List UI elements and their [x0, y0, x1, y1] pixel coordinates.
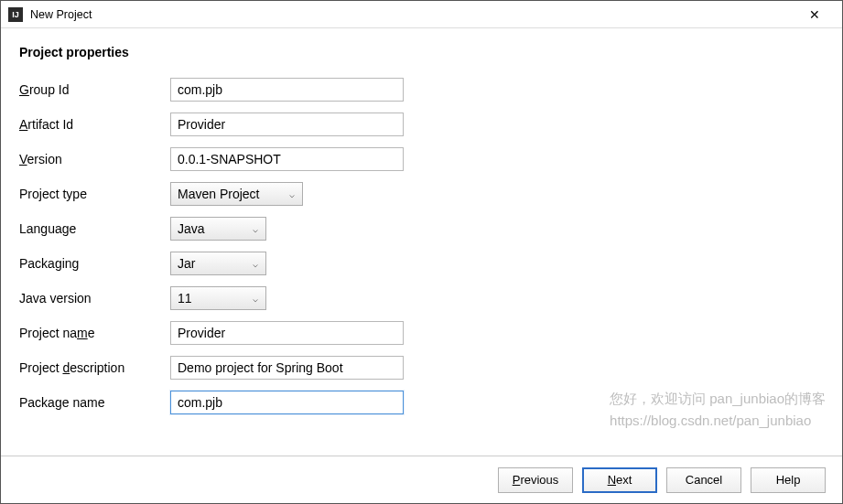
titlebar: IJ New Project ✕: [1, 1, 842, 28]
help-button[interactable]: Help: [751, 467, 826, 493]
next-button[interactable]: Next: [582, 467, 657, 493]
label-package-name: Package name: [19, 395, 170, 410]
label-version: Version: [19, 152, 170, 166]
row-project-description: Project description: [19, 356, 824, 380]
row-artifact-id: Artifact Id: [19, 113, 824, 136]
label-project-name: Project name: [19, 326, 170, 340]
form: Group Id Artifact Id Version Project typ…: [19, 78, 824, 414]
content-area: Project properties Group Id Artifact Id …: [1, 28, 842, 456]
select-project-type[interactable]: Maven Project ⌵: [170, 182, 303, 206]
chevron-down-icon: ⌵: [253, 294, 258, 304]
select-packaging[interactable]: Jar ⌵: [170, 252, 266, 275]
select-language-value: Java: [178, 221, 205, 236]
footer: Previous Next Cancel Help: [1, 456, 842, 503]
label-packaging: Packaging: [19, 256, 170, 271]
label-java-version: Java version: [19, 291, 170, 306]
cancel-button[interactable]: Cancel: [666, 467, 741, 493]
close-icon[interactable]: ✕: [794, 2, 835, 27]
input-artifact-id[interactable]: [170, 113, 404, 136]
chevron-down-icon: ⌵: [253, 259, 258, 269]
row-group-id: Group Id: [19, 78, 824, 102]
input-project-description[interactable]: [170, 356, 404, 380]
chevron-down-icon: ⌵: [253, 224, 258, 234]
select-packaging-value: Jar: [178, 256, 195, 271]
chevron-down-icon: ⌵: [289, 189, 295, 199]
label-project-description: Project description: [19, 360, 170, 375]
row-java-version: Java version 11 ⌵: [19, 286, 824, 310]
select-java-version[interactable]: 11 ⌵: [170, 286, 266, 310]
row-packaging: Packaging Jar ⌵: [19, 252, 824, 275]
page-title: Project properties: [19, 45, 824, 59]
window-title: New Project: [30, 8, 794, 21]
previous-button[interactable]: Previous: [498, 467, 573, 493]
row-version: Version: [19, 147, 824, 171]
input-package-name[interactable]: [170, 391, 404, 414]
row-package-name: Package name: [19, 391, 824, 414]
app-icon: IJ: [8, 7, 23, 22]
label-language: Language: [19, 221, 170, 236]
row-project-name: Project name: [19, 321, 824, 345]
row-project-type: Project type Maven Project ⌵: [19, 182, 824, 206]
select-project-type-value: Maven Project: [178, 187, 259, 201]
row-language: Language Java ⌵: [19, 217, 824, 241]
select-java-version-value: 11: [178, 291, 192, 306]
label-project-type: Project type: [19, 187, 170, 201]
input-group-id[interactable]: [170, 78, 404, 102]
select-language[interactable]: Java ⌵: [170, 217, 266, 241]
label-artifact-id: Artifact Id: [19, 117, 170, 132]
label-group-id: Group Id: [19, 82, 170, 97]
input-project-name[interactable]: [170, 321, 404, 345]
input-version[interactable]: [170, 147, 404, 171]
